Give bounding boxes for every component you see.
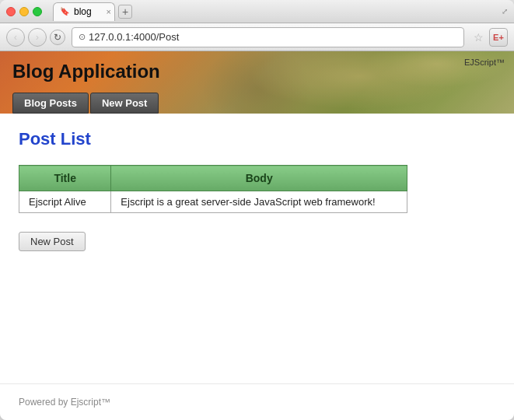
- minimize-traffic-light[interactable]: [19, 7, 29, 16]
- header-nav: Blog Posts New Post: [0, 86, 514, 114]
- nav-bar: ‹ › ↻ ⊙ 127.0.0.1:4000/Post ☆ E+: [0, 23, 514, 51]
- site-header: EJScript™ Blog Application Blog Posts Ne…: [0, 51, 514, 114]
- column-header-title: Title: [19, 166, 111, 191]
- site-title: Blog Application: [0, 51, 514, 82]
- post-title-cell: Ejscript Alive: [19, 191, 111, 213]
- column-header-body: Body: [111, 166, 407, 191]
- resize-icon[interactable]: ⤢: [502, 7, 508, 16]
- refresh-button[interactable]: ↻: [50, 30, 65, 45]
- table-row: Ejscript Alive Ejscript is a great serve…: [19, 191, 407, 213]
- browser-window: 🔖 blog × + ⤢ ‹ › ↻ ⊙ 127.0.0.1:4000/Post…: [0, 0, 514, 420]
- table-body: Ejscript Alive Ejscript is a great serve…: [19, 191, 407, 213]
- bookmark-button[interactable]: ☆: [470, 30, 486, 45]
- new-tab-button[interactable]: +: [118, 5, 132, 19]
- close-traffic-light[interactable]: [6, 7, 16, 16]
- page-content: EJScript™ Blog Application Blog Posts Ne…: [0, 51, 514, 420]
- url-bar[interactable]: ⊙ 127.0.0.1:4000/Post: [72, 27, 464, 47]
- tab-close-button[interactable]: ×: [107, 7, 111, 16]
- tab-title: blog: [74, 6, 92, 17]
- posts-table: Title Body Ejscript Alive Ejscript is a …: [19, 165, 407, 213]
- url-text: 127.0.0.1:4000/Post: [89, 31, 179, 43]
- main-content: Post List Title Body Ejscript Alive Ejsc…: [0, 114, 514, 383]
- active-tab[interactable]: 🔖 blog ×: [53, 2, 115, 21]
- table-header: Title Body: [19, 166, 407, 191]
- table-header-row: Title Body: [19, 166, 407, 191]
- footer-text: Powered by Ejscript™: [19, 397, 110, 408]
- header-content: EJScript™ Blog Application Blog Posts Ne…: [0, 51, 514, 114]
- url-icon: ⊙: [79, 32, 86, 42]
- extension-button[interactable]: E+: [489, 28, 508, 47]
- site-footer: Powered by Ejscript™: [0, 383, 514, 420]
- new-post-tab[interactable]: New Post: [90, 93, 159, 114]
- title-bar: 🔖 blog × + ⤢: [0, 0, 514, 23]
- maximize-traffic-light[interactable]: [33, 7, 42, 16]
- new-post-button[interactable]: New Post: [19, 232, 86, 251]
- post-body-cell: Ejscript is a great server-side JavaScri…: [111, 191, 407, 213]
- traffic-lights: [6, 7, 42, 16]
- back-button[interactable]: ‹: [6, 28, 25, 47]
- tab-area: 🔖 blog × +: [53, 2, 497, 21]
- blog-posts-tab[interactable]: Blog Posts: [12, 93, 89, 114]
- ejscript-brand: EJScript™: [464, 58, 505, 67]
- forward-button[interactable]: ›: [28, 28, 47, 47]
- page-title: Post List: [19, 129, 495, 149]
- tab-favicon-icon: 🔖: [60, 7, 69, 16]
